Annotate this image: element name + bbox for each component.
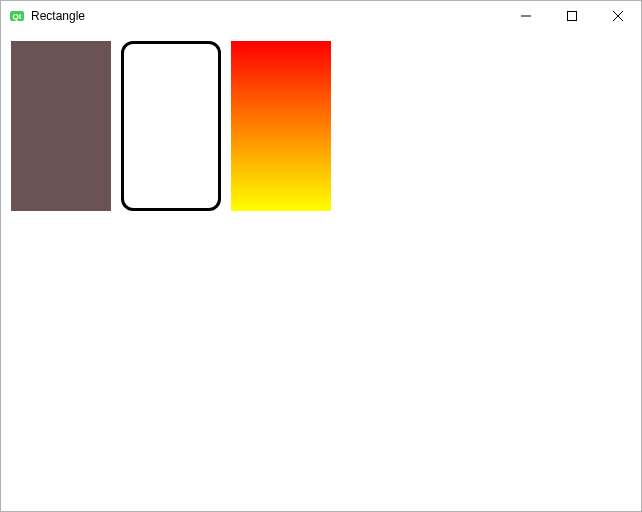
svg-text:Qt: Qt xyxy=(13,12,22,21)
svg-rect-3 xyxy=(568,12,577,21)
client-area xyxy=(1,31,641,511)
close-button[interactable] xyxy=(595,1,641,31)
titlebar-left: Qt Rectangle xyxy=(1,8,85,24)
rectangle-gradient xyxy=(231,41,331,211)
titlebar: Qt Rectangle xyxy=(1,1,641,31)
window-controls xyxy=(503,1,641,31)
rectangle-solid xyxy=(11,41,111,211)
close-icon xyxy=(613,11,623,21)
rectangle-outline xyxy=(121,41,221,211)
window-title: Rectangle xyxy=(31,9,85,23)
maximize-button[interactable] xyxy=(549,1,595,31)
maximize-icon xyxy=(567,11,577,21)
app-window: Qt Rectangle xyxy=(0,0,642,512)
minimize-icon xyxy=(521,11,531,21)
app-icon: Qt xyxy=(9,8,25,24)
minimize-button[interactable] xyxy=(503,1,549,31)
